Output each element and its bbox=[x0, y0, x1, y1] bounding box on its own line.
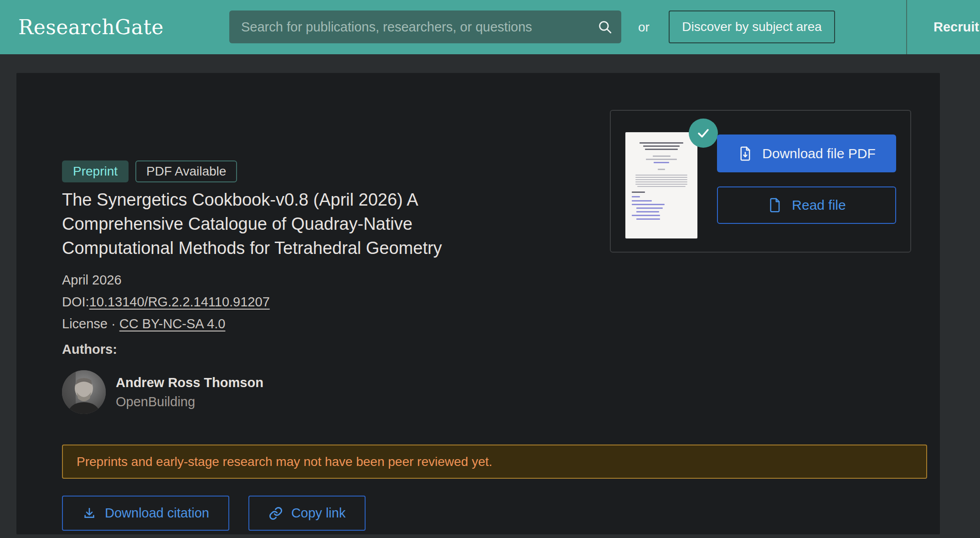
preprint-badge[interactable]: Preprint bbox=[62, 160, 129, 182]
search-input[interactable] bbox=[229, 10, 588, 43]
publication-meta: April 2026 DOI:10.13140/RG.2.2.14110.912… bbox=[62, 269, 270, 335]
author-row: Andrew Ross Thomson OpenBuilding bbox=[62, 370, 263, 414]
author-text: Andrew Ross Thomson OpenBuilding bbox=[116, 375, 263, 409]
doi-row: DOI:10.13140/RG.2.2.14110.91207 bbox=[62, 291, 270, 313]
copy-link-button[interactable]: Copy link bbox=[248, 496, 366, 531]
badge-row: Preprint PDF Available bbox=[62, 160, 237, 182]
download-file-pdf-button[interactable]: Download file PDF bbox=[717, 134, 896, 172]
pdf-thumbnail[interactable] bbox=[625, 132, 697, 238]
peer-review-warning-banner: Preprints and early-stage research may n… bbox=[62, 445, 927, 479]
file-icon bbox=[767, 197, 783, 213]
license-link[interactable]: CC BY-NC-SA 4.0 bbox=[119, 316, 226, 331]
recruit-link[interactable]: Recruit bbox=[934, 0, 979, 54]
or-label: or bbox=[638, 0, 650, 54]
license-separator: · bbox=[111, 316, 116, 331]
researchgate-logo[interactable]: ResearchGate bbox=[18, 0, 164, 54]
publication-date: April 2026 bbox=[62, 269, 270, 291]
publication-title: The Synergetics Cookbook-v0.8 (April 202… bbox=[62, 188, 513, 260]
search-icon[interactable] bbox=[588, 10, 621, 43]
pdf-available-badge: PDF Available bbox=[135, 160, 237, 182]
header-divider bbox=[906, 0, 907, 54]
author-affiliation: OpenBuilding bbox=[116, 394, 263, 409]
top-navigation-bar: ResearchGate or Discover by subject area… bbox=[0, 0, 980, 54]
doi-link[interactable]: 10.13140/RG.2.2.14110.91207 bbox=[89, 295, 270, 309]
file-panel: Download file PDF Read file bbox=[610, 110, 911, 253]
license-row: License · CC BY-NC-SA 4.0 bbox=[62, 313, 270, 335]
author-name[interactable]: Andrew Ross Thomson bbox=[116, 375, 263, 390]
download-icon bbox=[82, 506, 97, 521]
read-file-button[interactable]: Read file bbox=[717, 186, 896, 224]
downloaded-check-icon bbox=[689, 119, 718, 148]
link-icon bbox=[268, 506, 283, 521]
search-bar[interactable] bbox=[229, 10, 621, 43]
doi-label: DOI: bbox=[62, 295, 89, 309]
authors-heading: Authors: bbox=[62, 342, 117, 357]
action-button-row: Download citation Copy link bbox=[62, 496, 366, 531]
author-avatar[interactable] bbox=[62, 370, 106, 414]
file-download-icon bbox=[738, 146, 753, 161]
download-citation-button[interactable]: Download citation bbox=[62, 496, 229, 531]
discover-by-subject-button[interactable]: Discover by subject area bbox=[669, 10, 835, 43]
publication-card: Preprint PDF Available The Synergetics C… bbox=[16, 73, 940, 534]
license-label: License bbox=[62, 316, 108, 331]
